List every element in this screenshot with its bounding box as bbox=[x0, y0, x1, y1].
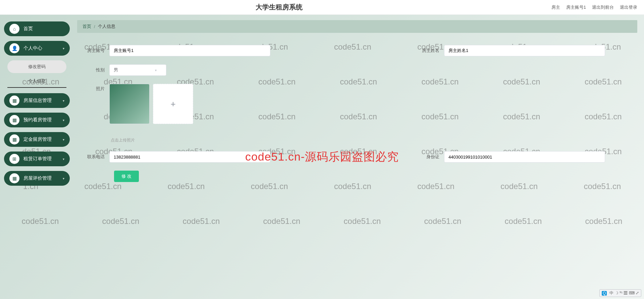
breadcrumb: 首页 / 个人信息 bbox=[77, 20, 637, 33]
ime-bar: Q 中 ☽ ⁹¹ ☰ ⌨ ⤢ bbox=[599, 289, 641, 297]
gender-value: 男 bbox=[114, 67, 118, 73]
sidebar-sub-profile[interactable]: 个人信息 bbox=[7, 75, 66, 88]
id-label: 身份证 bbox=[417, 154, 444, 160]
app-title: 大学生租房系统 bbox=[7, 3, 551, 12]
chevron-down-icon: ▾ bbox=[155, 68, 157, 72]
id-input[interactable] bbox=[444, 151, 605, 163]
sidebar-item-home[interactable]: ⌂ 首页 bbox=[4, 21, 70, 36]
sidebar-personal-label: 个人中心 bbox=[23, 45, 63, 51]
ticket-icon: ⊞ bbox=[9, 154, 19, 164]
home-icon: ⌂ bbox=[9, 24, 19, 34]
sidebar-sub-change-password[interactable]: 修改密码 bbox=[7, 60, 66, 73]
form-card: 房主账号 房主姓名 性别 男 ▾ bbox=[77, 37, 637, 294]
submit-button[interactable]: 修 改 bbox=[114, 171, 139, 182]
sidebar-item-rental-order[interactable]: ⊞ 租赁订单管理 ▾ bbox=[4, 152, 70, 166]
grid-icon: ▦ bbox=[9, 134, 19, 144]
name-input[interactable] bbox=[444, 45, 605, 56]
breadcrumb-current: 个人信息 bbox=[98, 23, 115, 29]
grid-icon: ▦ bbox=[9, 115, 19, 125]
chevron-down-icon: ▾ bbox=[63, 47, 64, 50]
phone-label: 联系电话 bbox=[83, 154, 109, 160]
chevron-down-icon: ▾ bbox=[63, 157, 64, 161]
grid-icon: ▦ bbox=[9, 96, 19, 106]
user-icon: 👤 bbox=[9, 43, 19, 53]
sidebar-menu4-label: 房屋评价管理 bbox=[23, 175, 63, 181]
sidebar-home-label: 首页 bbox=[23, 26, 64, 32]
header-right: 房主 房主账号1 退出到前台 退出登录 bbox=[551, 4, 637, 10]
gender-select[interactable]: 男 ▾ bbox=[109, 64, 166, 76]
sidebar-item-deposit[interactable]: ▦ 定金留房管理 ▾ bbox=[4, 132, 70, 147]
account-label: 房主账号 bbox=[83, 48, 109, 54]
ime-icon: Q bbox=[602, 291, 607, 296]
gender-label: 性别 bbox=[83, 67, 109, 73]
upload-hint: 点击上传照片 bbox=[109, 137, 193, 143]
ime-text: 中 ☽ ⁹¹ ☰ ⌨ ⤢ bbox=[609, 290, 639, 296]
grid-icon: ▦ bbox=[9, 173, 19, 183]
photo-label: 照片 bbox=[83, 84, 109, 92]
sidebar-menu1-label: 预约看房管理 bbox=[23, 117, 63, 123]
photo-thumbnail[interactable] bbox=[109, 84, 150, 124]
sidebar-item-house-info[interactable]: ▦ 房屋信息管理 ▾ bbox=[4, 93, 70, 108]
chevron-down-icon: ▾ bbox=[63, 118, 64, 122]
logout-link[interactable]: 退出登录 bbox=[620, 4, 637, 10]
name-label: 房主姓名 bbox=[417, 48, 444, 54]
account-input[interactable] bbox=[109, 45, 270, 56]
sidebar-menu0-label: 房屋信息管理 bbox=[23, 98, 63, 104]
chevron-down-icon: ▾ bbox=[63, 138, 64, 141]
chevron-down-icon: ▾ bbox=[63, 99, 64, 103]
photo-upload-add[interactable]: + bbox=[153, 84, 193, 124]
sidebar-menu2-label: 定金留房管理 bbox=[23, 136, 63, 142]
user-role: 房主 bbox=[551, 4, 560, 10]
sidebar-item-review[interactable]: ▦ 房屋评价管理 ▾ bbox=[4, 171, 70, 186]
watermark-big: code51.cn-源码乐园盗图必究 bbox=[245, 149, 399, 165]
breadcrumb-home[interactable]: 首页 bbox=[83, 23, 91, 29]
sidebar-menu3-label: 租赁订单管理 bbox=[23, 156, 63, 162]
sidebar-item-personal[interactable]: 👤 个人中心 ▾ bbox=[4, 41, 70, 56]
sidebar: ⌂ 首页 👤 个人中心 ▾ 修改密码 个人信息 ▦ 房屋信息管理 ▾ ▦ 预约看… bbox=[0, 15, 74, 299]
breadcrumb-separator: / bbox=[94, 24, 95, 29]
chevron-down-icon: ▾ bbox=[63, 177, 64, 180]
user-account[interactable]: 房主账号1 bbox=[566, 4, 586, 10]
app-header: 大学生租房系统 房主 房主账号1 退出到前台 退出登录 bbox=[0, 0, 644, 15]
exit-front-link[interactable]: 退出到前台 bbox=[592, 4, 614, 10]
sidebar-item-appointment[interactable]: ▦ 预约看房管理 ▾ bbox=[4, 113, 70, 127]
